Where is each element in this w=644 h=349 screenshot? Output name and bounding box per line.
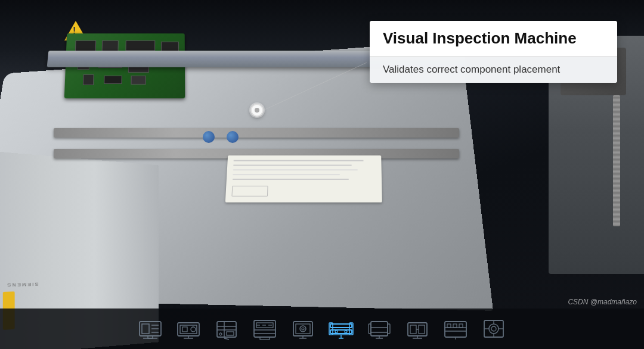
svg-point-68	[489, 324, 499, 334]
roller-2	[227, 131, 239, 143]
bottom-toolbar	[0, 309, 644, 349]
toolbar-icon-machine-10[interactable]	[478, 314, 509, 343]
indicator-dot-inner	[255, 108, 259, 113]
pcb-chip-6	[104, 76, 122, 84]
pcb-chip-7	[125, 40, 155, 51]
svg-point-41	[345, 331, 347, 333]
main-scene: SIEMENS Visual Inspection Machine Valida…	[0, 0, 644, 349]
svg-rect-53	[410, 325, 416, 334]
svg-rect-44	[371, 322, 388, 336]
toolbar-icon-machine-7[interactable]	[364, 314, 395, 343]
toolbar-icon-machine-2[interactable]	[173, 314, 204, 343]
svg-rect-19	[227, 332, 234, 335]
svg-point-34	[302, 328, 304, 330]
toolbar-icon-machine-9[interactable]	[440, 314, 471, 343]
toolbar-icon-machine-3[interactable]	[211, 314, 242, 343]
svg-rect-35	[330, 324, 352, 328]
toolbar-icon-machine-4[interactable]	[249, 314, 280, 343]
svg-rect-25	[260, 337, 270, 339]
svg-rect-62	[447, 324, 451, 328]
svg-point-10	[191, 327, 196, 332]
info-tooltip-box: Visual Inspection Machine Validates corr…	[370, 21, 617, 83]
svg-line-20	[224, 338, 229, 339]
info-subtitle: Validates correct component placement	[370, 57, 617, 83]
svg-rect-54	[419, 325, 425, 334]
svg-rect-48	[388, 324, 390, 334]
conveyor-rail-top	[54, 128, 459, 138]
svg-point-69	[491, 326, 496, 331]
toolbar-icon-machine-8[interactable]	[402, 314, 433, 343]
svg-rect-47	[369, 324, 371, 334]
svg-rect-64	[459, 324, 463, 328]
svg-point-40	[335, 331, 338, 333]
svg-point-31	[300, 326, 306, 332]
paper-line-5	[233, 179, 349, 180]
svg-rect-37	[329, 323, 333, 335]
screw-rod	[613, 95, 620, 226]
svg-rect-36	[330, 330, 352, 334]
machine-label: SIEMENS	[6, 282, 38, 288]
toolbar-icon-machine-1[interactable]	[135, 314, 166, 343]
paper-line-4	[233, 174, 340, 175]
svg-rect-38	[349, 323, 353, 335]
svg-point-18	[219, 333, 222, 335]
paper-line-2	[233, 165, 352, 166]
toolbar-icon-machine-5[interactable]	[287, 314, 318, 343]
svg-rect-1	[142, 324, 149, 334]
info-title: Visual Inspection Machine	[370, 21, 617, 57]
pcb-chip-5	[83, 74, 94, 85]
roller-1	[203, 131, 215, 143]
paper-box	[231, 186, 268, 197]
svg-rect-9	[182, 327, 187, 332]
svg-rect-63	[453, 324, 457, 328]
pcb-chip-9	[131, 76, 146, 85]
paper-line-3	[233, 169, 358, 170]
indicator-dot	[250, 104, 264, 117]
paper-document	[225, 155, 382, 202]
paper-line-1	[234, 160, 364, 161]
toolbar-icon-machine-6[interactable]	[326, 314, 357, 343]
watermark: CSDN @madmañazo	[568, 298, 637, 306]
